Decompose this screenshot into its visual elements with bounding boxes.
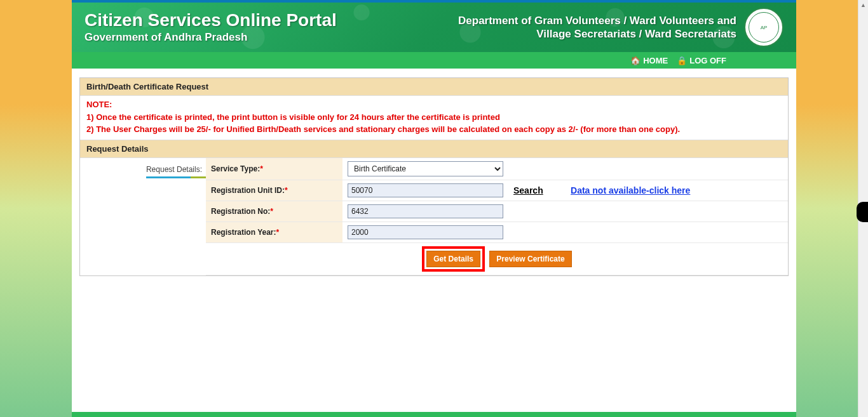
reg-unit-id-label: Registration Unit ID:*	[206, 180, 342, 201]
scroll-up-icon[interactable]: ▲	[858, 0, 868, 10]
nav-logoff-label: LOG OFF	[689, 56, 726, 65]
sidebar-tab-request-details[interactable]: Request Details:	[146, 165, 202, 178]
note-line-1: 1) Once the certificate is printed, the …	[86, 111, 782, 124]
nav-logoff[interactable]: 🔒 LOG OFF	[677, 56, 726, 65]
reg-unit-id-input[interactable]	[348, 183, 503, 197]
note-heading: NOTE:	[86, 98, 782, 111]
nav-home[interactable]: 🏠 HOME	[630, 56, 668, 65]
panel-title: Birth/Death Certificate Request	[80, 78, 788, 96]
service-type-select[interactable]: Birth Certificate	[348, 161, 503, 176]
portal-title: Citizen Services Online Portal	[85, 11, 337, 30]
get-details-highlight: Get Details	[422, 246, 485, 272]
side-widget[interactable]	[857, 202, 868, 222]
reg-year-input[interactable]	[348, 225, 503, 239]
note-line-2: 2) The User Charges will be 25/- for Uni…	[86, 123, 782, 136]
reg-year-label: Registration Year:*	[206, 222, 342, 242]
search-link[interactable]: Search	[513, 185, 543, 195]
header-banner: Citizen Services Online Portal Governmen…	[72, 0, 796, 52]
preview-certificate-button[interactable]: Preview Certificate	[489, 251, 571, 267]
service-type-label: Service Type:*	[206, 158, 342, 180]
note-block: NOTE: 1) Once the certificate is printed…	[80, 96, 788, 140]
reg-no-label: Registration No:*	[206, 201, 342, 222]
reg-no-input[interactable]	[348, 204, 503, 218]
portal-subtitle: Government of Andhra Pradesh	[85, 31, 337, 44]
lock-icon: 🔒	[677, 56, 687, 65]
request-panel: Birth/Death Certificate Request NOTE: 1)…	[79, 77, 789, 276]
data-not-available-link[interactable]: Data not available-click here	[571, 185, 690, 195]
section-title: Request Details	[80, 140, 788, 158]
department-title: Department of Gram Volunteers / Ward Vol…	[458, 14, 736, 41]
home-icon: 🏠	[630, 56, 641, 65]
nav-bar: 🏠 HOME 🔒 LOG OFF	[72, 52, 796, 69]
state-logo: AP	[744, 8, 783, 47]
get-details-button[interactable]: Get Details	[426, 251, 480, 267]
footer-bar	[72, 412, 796, 417]
nav-home-label: HOME	[643, 56, 668, 65]
